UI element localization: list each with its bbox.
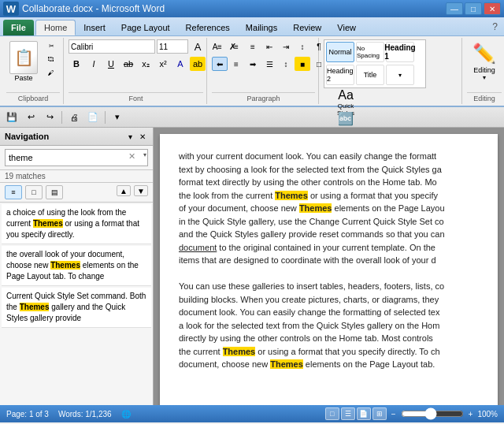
- highlight-themes-doc-2: Themes: [299, 203, 332, 213]
- nav-view-pages-button[interactable]: □: [25, 185, 43, 199]
- justify-button[interactable]: ☰: [261, 57, 277, 71]
- style-item-heading2[interactable]: Heading 2: [326, 65, 354, 85]
- underline-button[interactable]: U: [103, 57, 119, 71]
- zoom-plus-icon[interactable]: +: [469, 410, 473, 418]
- document-area[interactable]: with your current document look. You can…: [154, 128, 504, 405]
- outdent-button[interactable]: ⇤: [261, 39, 277, 54]
- doc-para: document, choose new Themes elements on …: [179, 358, 479, 371]
- editing-icon: ✏️: [472, 43, 496, 65]
- document-page: with your current document look. You can…: [160, 134, 498, 405]
- indent-button[interactable]: ⇥: [278, 39, 294, 54]
- close-button[interactable]: ✕: [484, 2, 501, 15]
- doc-para: a look for the selected text from the Qu…: [179, 319, 479, 333]
- paste-button[interactable]: 📋 Paste: [6, 39, 41, 84]
- nav-view-headings-button[interactable]: ≡: [5, 185, 22, 199]
- doc-para: directly by using the other controls on …: [179, 332, 479, 345]
- quick-styles-button[interactable]: Aa QuickStyles: [324, 91, 368, 113]
- nav-prev-button[interactable]: ▲: [117, 185, 131, 196]
- paste-icon: 📋: [9, 41, 38, 74]
- undo-button[interactable]: ↩: [22, 110, 39, 125]
- font-size-input[interactable]: [157, 39, 188, 54]
- style-item-no-spacing[interactable]: No Spacing: [356, 42, 384, 62]
- ribbon-group-paragraph: ≡ ≡ ≡ ⇤ ⇥ ↕ ¶ ⬅ ≡ ➡ ☰ ↕ ■ □ Paragraph: [209, 38, 319, 104]
- web-layout-button[interactable]: 📄: [357, 407, 371, 420]
- language-icon[interactable]: 🌐: [121, 410, 131, 418]
- sort-button[interactable]: ↕: [295, 39, 310, 54]
- line-spacing-button[interactable]: ↕: [278, 57, 294, 71]
- search-dropdown-button[interactable]: ▾: [143, 151, 146, 158]
- maximize-button[interactable]: □: [465, 2, 482, 15]
- shading-button[interactable]: ■: [295, 57, 310, 71]
- ribbon: 📋 Paste ✂ ⿻ 🖌 Clipboard A A ✗ B I: [0, 36, 504, 107]
- numbering-button[interactable]: ≡: [228, 39, 244, 54]
- redo-button[interactable]: ↪: [41, 110, 58, 125]
- doc-para: of your document, choose new Themes elem…: [179, 202, 479, 215]
- search-clear-button[interactable]: ✕: [128, 151, 135, 162]
- print-layout-button[interactable]: □: [325, 407, 339, 420]
- cut-button[interactable]: ✂: [43, 39, 60, 52]
- align-left-button[interactable]: ⬅: [212, 57, 228, 71]
- zoom-minus-icon[interactable]: −: [391, 410, 396, 418]
- page-info: Page: 1 of 3: [6, 410, 49, 418]
- full-screen-button[interactable]: ☰: [341, 407, 355, 420]
- help-icon[interactable]: ?: [492, 21, 501, 32]
- style-item-more[interactable]: ▾: [386, 65, 414, 85]
- paste-label: Paste: [14, 74, 32, 82]
- paragraph-group-label: Paragraph: [212, 92, 315, 102]
- highlight-button[interactable]: ab: [190, 57, 206, 71]
- align-right-button[interactable]: ➡: [245, 57, 261, 71]
- tab-review[interactable]: Review: [285, 20, 329, 35]
- style-item-normal[interactable]: Normal: [326, 42, 354, 62]
- outline-view-button[interactable]: ⊞: [372, 407, 387, 420]
- font-name-input[interactable]: [69, 39, 155, 54]
- doc-para: with your current document look. You can…: [179, 150, 479, 163]
- editing-button[interactable]: ✏️ Editing ▾: [467, 39, 502, 84]
- quick-styles-gallery[interactable]: Normal No Spacing Heading 1 Heading 2 Ti…: [324, 39, 426, 88]
- zoom-slider[interactable]: [401, 409, 464, 418]
- multilevel-button[interactable]: ≡: [245, 39, 261, 54]
- doc-para: and the Quick Styles gallery provide res…: [179, 228, 479, 241]
- save-toolbar-button[interactable]: 💾: [3, 110, 20, 125]
- tab-home[interactable]: Home: [35, 20, 76, 35]
- text-effects-button[interactable]: A: [172, 57, 188, 71]
- tab-page-layout[interactable]: Page Layout: [113, 20, 178, 35]
- navigation-close-button[interactable]: ✕: [137, 131, 148, 142]
- navigation-search-area: ✕ ▾: [0, 146, 153, 170]
- strikethrough-button[interactable]: ab: [120, 57, 136, 71]
- print-preview-button[interactable]: 🖨: [65, 110, 83, 125]
- navigation-results[interactable]: a choice of using the look from the curr…: [0, 203, 153, 405]
- ribbon-group-clipboard: 📋 Paste ✂ ⿻ 🖌 Clipboard: [3, 38, 64, 104]
- nav-next-button[interactable]: ▼: [134, 185, 148, 196]
- tab-view[interactable]: View: [329, 20, 364, 35]
- bullets-button[interactable]: ≡: [212, 39, 228, 54]
- copy-button[interactable]: ⿻: [43, 53, 60, 65]
- style-item-title[interactable]: Title: [356, 65, 384, 85]
- align-center-button[interactable]: ≡: [228, 57, 244, 71]
- document-title: Collaborate.docx - Microsoft Word: [22, 3, 165, 14]
- minimize-button[interactable]: —: [446, 2, 463, 15]
- tab-references[interactable]: References: [178, 20, 238, 35]
- quick-print-button[interactable]: 📄: [84, 110, 102, 125]
- highlight-themes-3: Themes: [20, 303, 50, 311]
- nav-view-results-button[interactable]: ▤: [46, 185, 63, 199]
- font-group-label: Font: [69, 92, 203, 102]
- navigation-expand-button[interactable]: ▾: [124, 131, 135, 142]
- highlight-themes-1: Themes: [33, 219, 63, 228]
- customize-toolbar-button[interactable]: ▾: [109, 110, 126, 125]
- format-painter-button[interactable]: 🖌: [43, 66, 60, 79]
- navigation-search-input[interactable]: [5, 149, 148, 166]
- tab-file[interactable]: File: [3, 20, 34, 35]
- nav-result-item[interactable]: Current Quick Style Set command. Both th…: [2, 288, 151, 328]
- tab-mailings[interactable]: Mailings: [238, 20, 285, 35]
- italic-button[interactable]: I: [86, 57, 102, 71]
- grow-font-button[interactable]: A: [190, 39, 206, 54]
- ribbon-tab-bar: File Home Insert Page Layout References …: [0, 17, 504, 36]
- superscript-button[interactable]: x²: [155, 57, 171, 71]
- bold-button[interactable]: B: [69, 57, 84, 71]
- style-item-heading1[interactable]: Heading 1: [386, 42, 414, 62]
- nav-result-item[interactable]: a choice of using the look from the curr…: [2, 204, 151, 244]
- tab-insert[interactable]: Insert: [76, 20, 113, 35]
- nav-result-item[interactable]: the overall look of your document, choos…: [2, 246, 151, 286]
- subscript-button[interactable]: x₂: [138, 57, 154, 71]
- word-icon: W: [3, 2, 19, 16]
